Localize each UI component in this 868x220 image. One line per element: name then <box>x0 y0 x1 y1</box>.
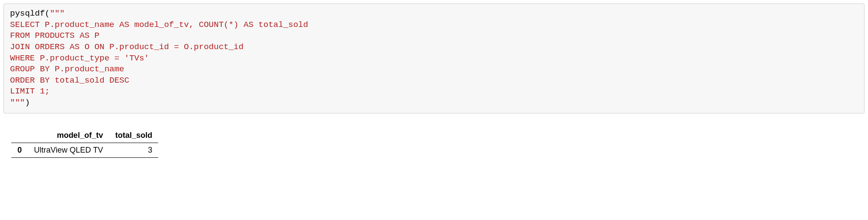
cell-model: UltraView QLED TV <box>28 143 109 157</box>
code-sql-line: WHERE P.product_type = 'TVs' <box>10 53 149 63</box>
code-call-close: ) <box>25 98 30 107</box>
col-header-total: total_sold <box>109 128 158 143</box>
code-call-open: pysqldf( <box>10 9 50 18</box>
code-string-open: """ <box>50 9 64 18</box>
code-sql-line: LIMIT 1; <box>10 87 50 96</box>
code-string-close: """ <box>10 98 25 107</box>
code-sql-line: GROUP BY P.product_name <box>10 64 124 74</box>
table-row: 0 UltraView QLED TV 3 <box>11 143 158 157</box>
dataframe-table: model_of_tv total_sold 0 UltraView QLED … <box>11 128 158 158</box>
cell-total: 3 <box>109 143 158 157</box>
index-header-blank <box>11 128 28 143</box>
table-header-row: model_of_tv total_sold <box>11 128 158 143</box>
code-input-cell[interactable]: pysqldf(""" SELECT P.product_name AS mod… <box>3 3 865 113</box>
output-area: model_of_tv total_sold 0 UltraView QLED … <box>3 128 865 158</box>
code-sql-line: JOIN ORDERS AS O ON P.product_id = O.pro… <box>10 42 244 52</box>
col-header-model: model_of_tv <box>28 128 109 143</box>
code-sql-line: SELECT P.product_name AS model_of_tv, CO… <box>10 20 308 30</box>
row-index: 0 <box>11 143 28 157</box>
code-sql-line: ORDER BY total_sold DESC <box>10 76 129 85</box>
code-sql-line: FROM PRODUCTS AS P <box>10 31 99 40</box>
